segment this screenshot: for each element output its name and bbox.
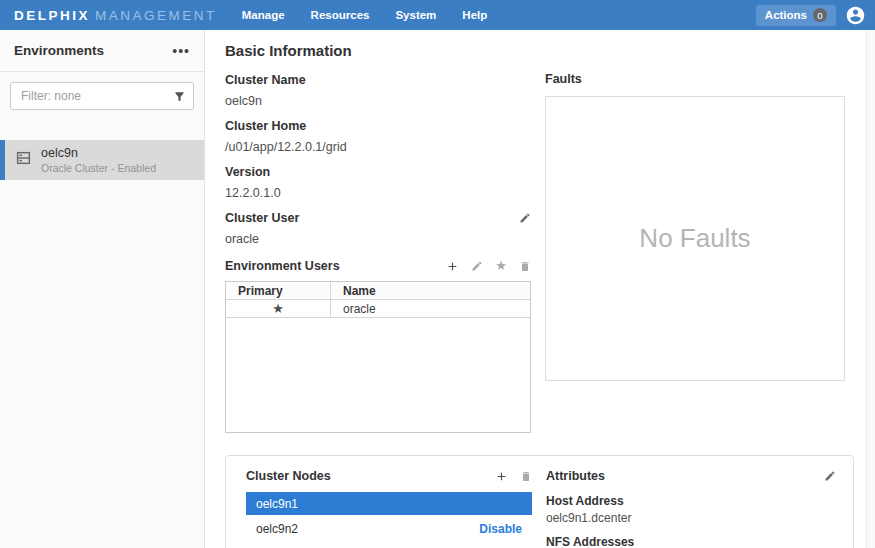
user-account-icon[interactable] — [845, 5, 866, 26]
field-cluster-user: Cluster User oracle — [225, 210, 531, 247]
main-content: Basic Information Cluster Name oelc9n Cl… — [205, 30, 866, 548]
cluster-nodes-toolbar — [495, 470, 532, 483]
cluster-nodes-title: Cluster Nodes — [246, 469, 331, 483]
field-version: Version 12.2.0.1.0 — [225, 164, 531, 201]
field-value: /u01/app/12.2.0.1/grid — [225, 139, 531, 155]
field-cluster-name: Cluster Name oelc9n — [225, 72, 531, 109]
app-header: DELPHIXMANAGEMENT Manage Resources Syste… — [0, 0, 875, 30]
sidebar-header: Environments ••• — [0, 30, 204, 72]
vertical-scrollbar-track[interactable] — [866, 30, 875, 548]
table-row[interactable]: ★ oracle — [226, 300, 530, 318]
actions-count-badge: 0 — [813, 8, 827, 22]
faults-title: Faults — [545, 72, 845, 86]
user-name-cell: oracle — [331, 300, 530, 317]
cluster-nodes-header: Cluster Nodes — [246, 469, 532, 483]
disable-node-link[interactable]: Disable — [479, 522, 522, 536]
attr-value-host-address: oelc9n1.dcenter — [546, 511, 836, 525]
faults-box: No Faults — [545, 96, 845, 381]
filter-input[interactable] — [10, 82, 194, 110]
environment-item-title: oelc9n — [41, 146, 156, 160]
actions-button[interactable]: Actions 0 — [756, 5, 836, 26]
environment-users-header: Environment Users ★ — [225, 259, 531, 273]
nav-item-resources[interactable]: Resources — [298, 9, 383, 21]
delphix-logo: DELPHIXMANAGEMENT — [14, 6, 217, 24]
attr-label-nfs-addresses: NFS Addresses — [546, 535, 836, 548]
field-value: oelc9n — [225, 93, 531, 109]
cluster-icon — [16, 151, 31, 169]
basic-info-column: Cluster Name oelc9n Cluster Home /u01/ap… — [225, 72, 531, 433]
add-user-icon[interactable] — [446, 260, 459, 273]
field-value: 12.2.0.1.0 — [225, 185, 531, 201]
nav-item-help[interactable]: Help — [449, 9, 500, 21]
nav-item-system[interactable]: System — [382, 9, 449, 21]
table-header-row: Primary Name — [226, 282, 530, 300]
brand-secondary-text: MANAGEMENT — [95, 8, 217, 23]
edit-user-icon[interactable] — [471, 260, 483, 272]
field-cluster-home: Cluster Home /u01/app/12.2.0.1/grid — [225, 118, 531, 155]
edit-cluster-user-icon[interactable] — [519, 212, 531, 224]
more-options-icon[interactable]: ••• — [172, 46, 190, 56]
attributes-title: Attributes — [546, 469, 605, 483]
attributes-header: Attributes — [546, 469, 836, 483]
delete-user-icon[interactable] — [519, 260, 531, 273]
environment-users-toolbar: ★ — [446, 260, 531, 273]
attr-label-host-address: Host Address — [546, 494, 836, 508]
environment-item-subtitle: Oracle Cluster - Enabled — [41, 162, 156, 174]
brand-primary-text: DELPHIX — [14, 8, 90, 23]
field-label: Cluster Home — [225, 118, 531, 134]
actions-button-label: Actions — [765, 9, 807, 21]
faults-section: Faults No Faults — [545, 72, 845, 381]
node-name: oelc9n2 — [256, 522, 298, 536]
environment-users-title: Environment Users — [225, 259, 340, 273]
nav-item-manage[interactable]: Manage — [229, 9, 298, 21]
delete-node-icon[interactable] — [520, 470, 532, 483]
faults-empty-state: No Faults — [639, 223, 750, 254]
field-value: oracle — [225, 231, 531, 247]
node-name: oelc9n1 — [256, 497, 298, 511]
node-row-oelc9n2[interactable]: oelc9n2 Disable — [246, 517, 532, 540]
field-label: Version — [225, 164, 531, 180]
field-label: Cluster Name — [225, 72, 531, 88]
field-label: Cluster User — [225, 210, 531, 226]
node-row-oelc9n1[interactable]: oelc9n1 — [246, 492, 532, 515]
column-header-name: Name — [331, 282, 530, 299]
top-nav: Manage Resources System Help — [229, 9, 500, 21]
primary-star-icon: ★ — [272, 301, 284, 316]
page-title: Basic Information — [225, 42, 352, 59]
environments-sidebar: Environments ••• oelc9n Oracle Cluster -… — [0, 30, 205, 548]
filter-field-wrap — [10, 82, 194, 110]
cluster-nodes-column: Cluster Nodes oelc9n1 oelc9n2 Disable — [246, 469, 532, 542]
environment-users-table: Primary Name ★ oracle — [225, 281, 531, 433]
environment-list-item[interactable]: oelc9n Oracle Cluster - Enabled — [0, 140, 204, 180]
sidebar-title: Environments — [14, 43, 104, 58]
add-node-icon[interactable] — [495, 470, 508, 483]
node-list: oelc9n1 oelc9n2 Disable — [246, 492, 532, 540]
set-primary-user-icon[interactable]: ★ — [495, 260, 507, 272]
cluster-nodes-card: Cluster Nodes oelc9n1 oelc9n2 Disable — [225, 455, 854, 548]
filter-funnel-icon[interactable] — [173, 89, 186, 107]
edit-attributes-icon[interactable] — [824, 470, 836, 482]
attributes-column: Attributes Host Address oelc9n1.dcenter … — [546, 469, 836, 548]
column-header-primary: Primary — [226, 282, 331, 299]
